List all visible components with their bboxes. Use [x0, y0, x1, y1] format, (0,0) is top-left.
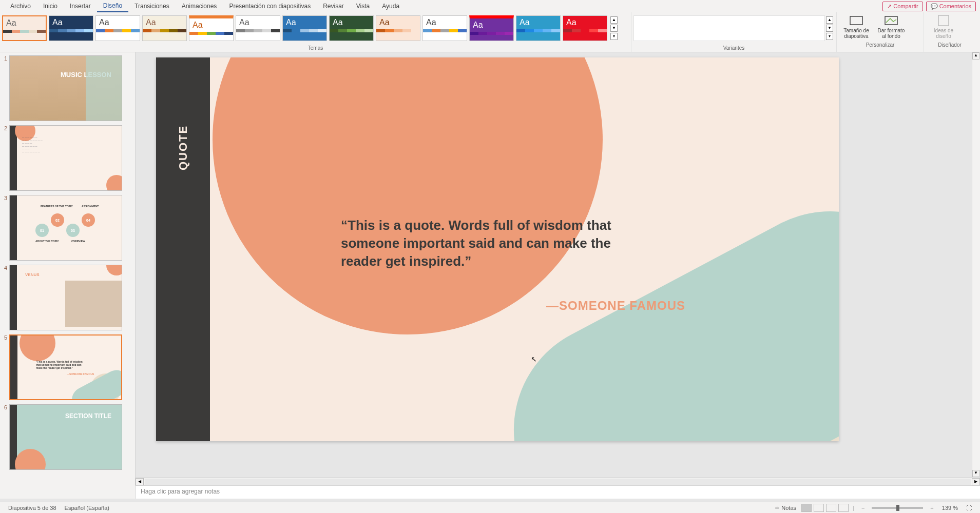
slide-thumbnail-2[interactable]: — — — — — —— — — — — — — —— — — —— — — —…	[9, 125, 122, 191]
design-ideas-icon	[935, 14, 952, 27]
themes-more-arrow[interactable]: ▾	[610, 33, 618, 40]
theme-tile-9[interactable]: Aa	[422, 15, 467, 41]
variant-preview[interactable]	[633, 15, 825, 41]
variants-down-arrow[interactable]: ▼	[826, 25, 833, 32]
scroll-down-arrow[interactable]: ▼	[972, 470, 979, 477]
menu-animaciones[interactable]: Animaciones	[176, 1, 223, 12]
themes-gallery: AaAaAaAaAaAaAaAaAaAaAaAaAa▲▼▾	[0, 12, 631, 44]
themes-up-arrow[interactable]: ▲	[610, 16, 618, 24]
variants-more-arrow[interactable]: ▾	[826, 33, 833, 40]
themes-group-label: Temas	[0, 44, 631, 52]
quote-text[interactable]: “This is a quote. Words full of wisdom t…	[341, 216, 628, 270]
menu-vista[interactable]: Vista	[350, 1, 376, 12]
zoom-out-button[interactable]: −	[857, 505, 869, 511]
fit-to-window-button[interactable]: ⛶	[962, 505, 976, 511]
slide-thumbnails-panel[interactable]: 1 MUSIC LESSON 2 — — — — — —— — — — — — …	[0, 52, 136, 499]
ribbon: AaAaAaAaAaAaAaAaAaAaAaAaAa▲▼▾ Temas ▲ ▼ …	[0, 12, 980, 52]
zoom-handle[interactable]	[896, 505, 899, 511]
menu-archivo[interactable]: Archivo	[4, 1, 37, 12]
thumb3-label: ABOUT THE TOPIC	[35, 240, 59, 243]
theme-color-strip	[423, 29, 467, 32]
scroll-up-arrow[interactable]: ▲	[972, 52, 979, 60]
menu-ayuda[interactable]: Ayuda	[376, 1, 406, 12]
menu-transiciones[interactable]: Transiciones	[128, 1, 176, 12]
scroll-track[interactable]	[145, 479, 971, 485]
menubar: Archivo Inicio Insertar Diseño Transicio…	[0, 0, 980, 12]
thumb-number: 5	[2, 334, 9, 341]
design-ideas-button[interactable]: Ideas de diseño	[928, 14, 959, 39]
slide-size-button[interactable]: Tamaño de diapositiva	[841, 14, 872, 39]
slide-editor-area: QUOTE “This is a quote. Words full of wi…	[136, 52, 980, 499]
share-button[interactable]: ↗ Compartir	[882, 2, 923, 11]
normal-view-button[interactable]	[801, 504, 812, 512]
thumb6-title: SECTION TITLE	[65, 412, 111, 420]
sorter-view-button[interactable]	[814, 504, 824, 512]
theme-tile-10[interactable]: Aa	[469, 15, 514, 41]
slide-sidebar: QUOTE	[156, 57, 210, 441]
theme-color-strip	[516, 29, 560, 32]
slide-thumbnail-1[interactable]: MUSIC LESSON	[9, 55, 122, 121]
theme-tile-2[interactable]: Aa	[95, 15, 140, 41]
theme-tile-6[interactable]: Aa	[282, 15, 327, 41]
theme-tile-7[interactable]: Aa	[329, 15, 374, 41]
current-slide[interactable]: QUOTE “This is a quote. Words full of wi…	[156, 57, 839, 441]
theme-tile-1[interactable]: Aa	[49, 15, 93, 41]
theme-color-strip	[330, 29, 373, 32]
theme-preview-text: Aa	[3, 16, 46, 30]
customize-group-label: Personalizar	[837, 41, 924, 49]
menu-insertar[interactable]: Insertar	[64, 1, 97, 12]
notes-toggle[interactable]: ≐ Notas	[771, 504, 800, 511]
slide-thumbnail-3[interactable]: FEATURES OF THE TOPIC ASSIGNMENT 01 02 0…	[9, 195, 122, 261]
vertical-scrollbar[interactable]: ▲ ▼	[972, 52, 980, 477]
notes-toggle-label: Notas	[781, 505, 796, 511]
zoom-in-button[interactable]: +	[926, 505, 937, 511]
slide-thumbnail-4[interactable]: VENUS	[9, 265, 122, 330]
slide-size-label: Tamaño de diapositiva	[841, 28, 872, 39]
horizontal-scrollbar[interactable]: ◀ ▶	[136, 477, 980, 485]
variants-up-arrow[interactable]: ▲	[826, 16, 833, 24]
theme-preview-text: Aa	[143, 16, 186, 29]
scroll-left-arrow[interactable]: ◀	[136, 478, 144, 485]
scroll-right-arrow[interactable]: ▶	[972, 478, 980, 485]
theme-tile-0[interactable]: Aa	[2, 15, 47, 41]
theme-preview-text: Aa	[563, 16, 607, 29]
language-indicator[interactable]: Español (España)	[61, 505, 113, 511]
theme-preview-text: Aa	[236, 16, 280, 29]
theme-preview-text: Aa	[283, 16, 326, 29]
quote-attribution[interactable]: —SOMEONE FAMOUS	[546, 299, 685, 313]
theme-tile-11[interactable]: Aa	[516, 15, 561, 41]
slide-thumbnail-5[interactable]: "This is a quote. Words full of wisdom t…	[9, 334, 122, 400]
theme-color-strip	[3, 30, 46, 33]
theme-tile-5[interactable]: Aa	[236, 15, 280, 41]
slideshow-view-button[interactable]	[838, 504, 849, 512]
zoom-slider[interactable]	[872, 507, 923, 509]
theme-tile-3[interactable]: Aa	[142, 15, 187, 41]
notes-area[interactable]: Haga clic para agregar notas	[136, 485, 980, 499]
menu-inicio[interactable]: Inicio	[37, 1, 64, 12]
thumb3-circle: 02	[51, 213, 64, 227]
zoom-level[interactable]: 139 %	[938, 505, 962, 511]
reading-view-button[interactable]	[826, 504, 836, 512]
comments-button[interactable]: 💬 Comentarios	[926, 2, 976, 11]
slide-canvas[interactable]: QUOTE “This is a quote. Words full of wi…	[136, 52, 980, 477]
menu-diseno[interactable]: Diseño	[97, 0, 128, 12]
thumb3-circle: 03	[66, 224, 80, 237]
thumb3-circle: 04	[82, 213, 95, 227]
thumb3-label: ASSIGNMENT	[82, 205, 99, 208]
theme-color-strip	[49, 29, 93, 32]
menu-revisar[interactable]: Revisar	[317, 1, 350, 12]
slide-thumbnail-6[interactable]: SECTION TITLE	[9, 404, 122, 470]
theme-tile-4[interactable]: Aa	[189, 15, 234, 41]
format-background-button[interactable]: Dar formato al fondo	[876, 14, 907, 39]
thumb-number: 1	[2, 55, 9, 62]
designer-group-label: Diseñador	[924, 41, 975, 49]
theme-tile-8[interactable]: Aa	[376, 15, 420, 41]
themes-down-arrow[interactable]: ▼	[610, 25, 618, 32]
slide-sidebar-label[interactable]: QUOTE	[177, 125, 190, 170]
themes-group: AaAaAaAaAaAaAaAaAaAaAaAaAa▲▼▾ Temas	[0, 12, 631, 52]
theme-color-strip	[283, 29, 326, 32]
theme-tile-12[interactable]: Aa	[563, 15, 607, 41]
menu-presentacion[interactable]: Presentación con diapositivas	[223, 1, 317, 12]
slide-counter[interactable]: Diapositiva 5 de 38	[4, 505, 61, 511]
thumb4-title: VENUS	[25, 272, 40, 277]
